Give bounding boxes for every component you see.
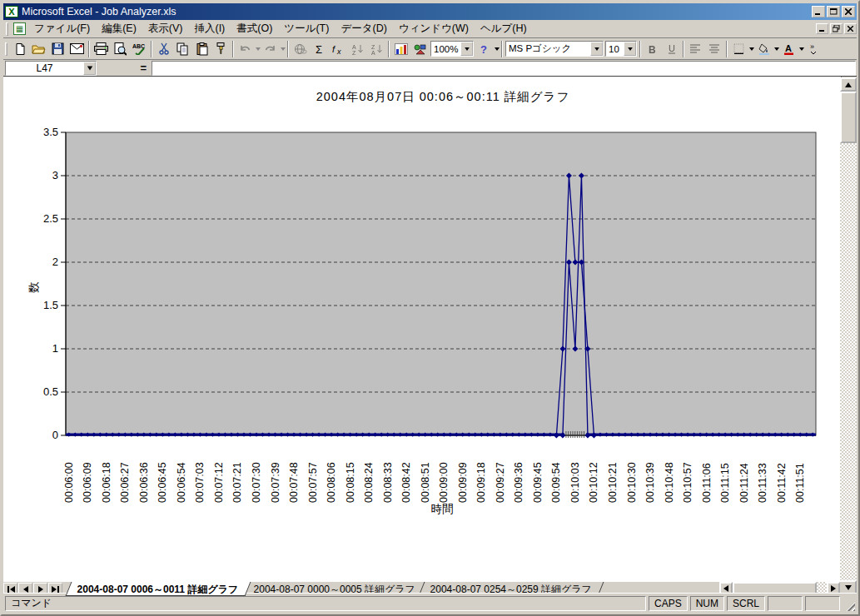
menu-item-tools[interactable]: ツール(T)	[278, 20, 335, 37]
bold-icon: B	[649, 44, 656, 54]
vertical-scroll-track[interactable]	[840, 143, 857, 580]
spelling-button[interactable]: ABC	[130, 40, 149, 58]
svg-text:A: A	[785, 43, 792, 53]
font-size-select[interactable]: 10	[605, 41, 637, 57]
x-tick-label: 00:08:51	[420, 462, 431, 503]
font-name-value: MS Pゴシック	[506, 42, 590, 55]
status-extra-1	[768, 596, 803, 611]
scroll-up-button[interactable]	[840, 77, 857, 92]
autosum-button[interactable]: Σ	[310, 40, 329, 58]
redo-dropdown-arrow-icon[interactable]	[281, 47, 286, 51]
x-tick-label: 00:06:00	[63, 462, 75, 503]
undo-button[interactable]	[236, 40, 255, 58]
save-button[interactable]	[48, 40, 67, 58]
y-tick-label: 2	[52, 256, 58, 268]
num-lock-indicator: NUM	[690, 596, 724, 611]
align-left-button[interactable]	[686, 40, 705, 58]
sort-ascending-button[interactable]: AZ	[348, 40, 367, 58]
sheet-tab-1[interactable]: 2004-08-07 0006～0011 詳細グラフ	[66, 582, 251, 596]
y-axis-title: 数	[27, 281, 40, 294]
formula-input[interactable]	[152, 61, 856, 76]
x-tick-label: 00:07:39	[270, 462, 281, 503]
menubar-grip[interactable]	[6, 22, 8, 36]
open-icon	[32, 42, 46, 56]
format-painter-button[interactable]	[211, 40, 231, 58]
menu-item-format[interactable]: 書式(O)	[231, 20, 278, 37]
help-button[interactable]: ?	[475, 40, 494, 58]
status-mode-text: コマンド	[11, 596, 52, 610]
y-tick-label: 2.5	[43, 212, 58, 225]
font-name-select[interactable]: MS Pゴシック	[505, 41, 604, 57]
x-tick-label: 00:07:03	[194, 462, 206, 503]
arrow-right-icon	[52, 586, 57, 593]
close-button[interactable]	[842, 6, 855, 17]
menu-item-window[interactable]: ウィンドウ(W)	[393, 20, 475, 37]
print-preview-button[interactable]	[111, 40, 130, 58]
help-icon: ?	[480, 43, 489, 55]
redo-button[interactable]	[261, 40, 280, 58]
toolbar-grip[interactable]	[5, 42, 7, 56]
minimize-button[interactable]	[812, 6, 825, 17]
font-size-dropdown-button[interactable]	[624, 42, 636, 56]
format-painter-icon	[216, 42, 226, 55]
svg-text:x: x	[336, 47, 341, 55]
insert-hyperlink-button[interactable]	[291, 40, 310, 58]
font-color-button[interactable]: A	[779, 40, 798, 58]
workbook-close-button[interactable]	[844, 23, 857, 34]
open-button[interactable]	[29, 40, 48, 58]
menu-item-insert[interactable]: 挿入(I)	[188, 20, 231, 37]
name-box[interactable]: L47	[5, 61, 97, 76]
menu-item-data[interactable]: データ(D)	[335, 20, 392, 37]
copy-icon	[176, 42, 189, 56]
more-buttons-button[interactable]: »	[804, 40, 823, 58]
y-tick-label: 1	[52, 342, 58, 355]
workbook-icon[interactable]: ▦	[13, 22, 26, 35]
align-center-button[interactable]	[705, 40, 724, 58]
x-tick-label: 00:07:48	[288, 462, 300, 503]
vertical-scrollbar[interactable]	[840, 77, 857, 594]
help-dropdown-arrow-icon[interactable]	[495, 47, 500, 51]
chart-sheet[interactable]: 2004年08月07日 00:06～00:11 詳細グラフ00.511.522.…	[3, 77, 842, 581]
svg-text:Z: Z	[371, 44, 375, 50]
resize-grip[interactable]	[844, 600, 855, 611]
maximize-button[interactable]	[827, 6, 840, 17]
borders-button[interactable]	[729, 40, 748, 58]
zoom-value: 100%	[431, 44, 460, 54]
print-button[interactable]	[92, 40, 111, 58]
fill-color-button[interactable]	[754, 40, 773, 58]
sheet-tab-label: 2004-08-07 0006～0011 詳細グラフ	[77, 583, 239, 597]
x-tick-label: 00:06:09	[82, 462, 93, 503]
chart-wizard-button[interactable]	[391, 40, 410, 58]
x-axis: 00:06:0000:06:0900:06:1800:06:2700:06:36…	[63, 435, 816, 515]
drawing-button[interactable]	[410, 40, 430, 58]
underline-icon: U	[668, 43, 676, 54]
cut-button[interactable]	[154, 40, 173, 58]
new-button[interactable]	[10, 40, 29, 58]
workbook-minimize-button[interactable]	[816, 23, 828, 34]
x-tick-label: 00:10:30	[626, 462, 638, 503]
menu-item-help[interactable]: ヘルプ(H)	[475, 20, 533, 37]
bold-button[interactable]: B	[643, 40, 662, 58]
more-buttons-icon: »	[810, 42, 818, 56]
paste-function-button[interactable]: fx	[329, 40, 348, 58]
menu-item-file[interactable]: ファイル(F)	[28, 20, 96, 37]
font-name-dropdown-button[interactable]	[590, 42, 603, 56]
edit-formula-button[interactable]: =	[97, 61, 152, 76]
zoom-select[interactable]: 100%	[430, 41, 474, 57]
workbook-restore-button[interactable]	[830, 23, 843, 34]
x-tick-label: 00:06:54	[176, 462, 187, 503]
excel-app-icon: X	[5, 6, 18, 17]
underline-button[interactable]: U	[662, 40, 681, 58]
x-tick-label: 00:08:33	[382, 462, 394, 503]
name-box-dropdown-button[interactable]	[83, 62, 96, 75]
menu-item-view[interactable]: 表示(V)	[142, 20, 189, 37]
menu-item-edit[interactable]: 編集(E)	[96, 20, 142, 37]
paste-button[interactable]	[192, 40, 211, 58]
sort-descending-button[interactable]: ZA	[367, 40, 386, 58]
mail-button[interactable]	[67, 40, 87, 58]
zoom-dropdown-button[interactable]	[460, 42, 473, 56]
vertical-scroll-thumb[interactable]	[840, 92, 857, 143]
x-tick-label: 00:10:21	[607, 462, 619, 503]
copy-button[interactable]	[173, 40, 192, 58]
x-axis-title: 時間	[431, 503, 454, 515]
